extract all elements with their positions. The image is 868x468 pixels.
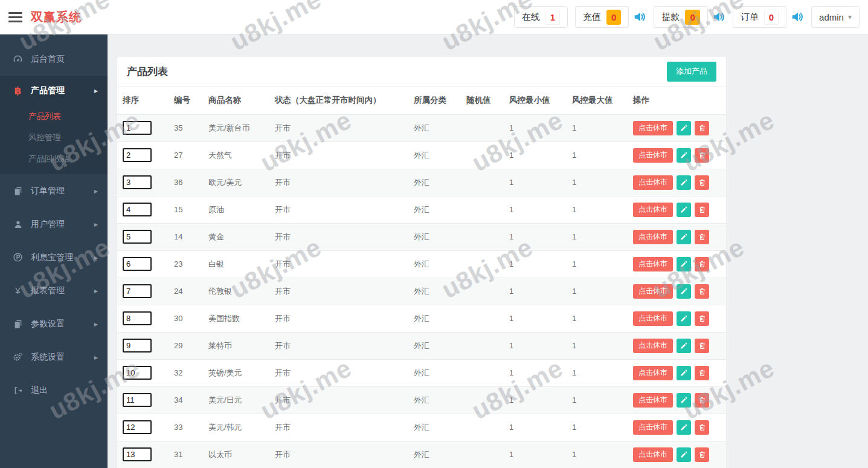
edit-button[interactable] [677,339,691,353]
sidebar-item-interest-manage[interactable]: 利息宝管理▸ [0,241,108,274]
toggle-market-button[interactable]: 点击休市 [633,230,673,244]
sidebar-item-label: 后台首页 [31,54,98,65]
toggle-market-button[interactable]: 点击休市 [633,284,673,299]
table-row: 32英镑/美元开市外汇11点击休市 [117,359,726,386]
sidebar-nav: 后台首页฿产品管理▸产品列表风控管理产品回收站订单管理▸用户管理▸利息宝管理▸¥… [0,34,108,407]
sort-input[interactable] [123,257,152,271]
risk-min-cell: 1 [504,250,567,278]
edit-button[interactable] [677,366,691,380]
sort-input[interactable] [123,148,152,162]
risk-max-cell: 1 [567,278,628,305]
sort-input[interactable] [123,339,152,353]
sort-input[interactable] [123,121,152,135]
delete-button[interactable] [695,257,709,271]
actions-cell: 点击休市 [628,414,726,441]
actions-cell: 点击休市 [628,223,726,250]
edit-button[interactable] [677,284,691,299]
speaker-icon[interactable] [633,10,646,24]
sort-input[interactable] [123,175,152,189]
edit-button[interactable] [677,148,691,163]
category-cell: 外汇 [408,305,461,332]
actions-cell: 点击休市 [628,332,726,359]
sort-cell [117,196,169,223]
toggle-market-button[interactable]: 点击休市 [633,203,673,217]
delete-button[interactable] [695,203,709,217]
sort-cell [117,305,169,332]
app-root: 双赢系统 在线1充值0提款0订单0 admin ▾ 后台首页฿产品管理▸产品列表… [0,0,868,468]
id-cell: 35 [169,114,203,141]
actions-cell: 点击休市 [628,141,726,169]
sidebar-item-param-settings[interactable]: 参数设置▸ [0,307,108,340]
toggle-market-button[interactable]: 点击休市 [633,175,673,190]
delete-button[interactable] [695,420,709,435]
menu-toggle-icon[interactable] [8,8,22,26]
random-cell [461,169,504,196]
user-menu[interactable]: admin ▾ [811,6,860,28]
sidebar-item-system-settings[interactable]: 系统设置▸ [0,340,108,374]
logout-icon [12,386,24,395]
delete-button[interactable] [695,393,709,408]
sort-input[interactable] [123,447,152,461]
sidebar-item-order-manage[interactable]: 订单管理▸ [0,174,108,207]
edit-button[interactable] [677,121,691,135]
sidebar-item-user-manage[interactable]: 用户管理▸ [0,207,108,241]
risk-min-cell: 1 [504,169,567,196]
random-cell [461,305,504,332]
delete-button[interactable] [695,447,709,462]
badge-label: 在线 [522,11,540,23]
edit-button[interactable] [677,420,691,435]
toggle-market-button[interactable]: 点击休市 [633,393,673,408]
sidebar-item-product-manage[interactable]: ฿产品管理▸ [0,76,108,106]
toggle-market-button[interactable]: 点击休市 [633,339,673,353]
speaker-icon[interactable] [791,10,804,24]
sort-input[interactable] [123,420,152,434]
badge-recharge[interactable]: 充值0 [575,6,629,28]
sidebar-item-report-manage[interactable]: ¥报表管理▸ [0,274,108,307]
edit-button[interactable] [677,257,691,271]
delete-button[interactable] [695,284,709,299]
sort-input[interactable] [123,311,152,325]
add-product-button[interactable]: 添加产品 [667,62,716,82]
random-cell [461,114,504,141]
toggle-market-button[interactable]: 点击休市 [633,257,673,271]
speaker-icon[interactable] [712,10,725,24]
sidebar-item-dashboard[interactable]: 后台首页 [0,42,108,76]
pencil-icon [680,233,688,241]
sort-input[interactable] [123,284,152,298]
badge-orders[interactable]: 订单0 [733,6,786,28]
delete-button[interactable] [695,148,709,163]
edit-button[interactable] [677,203,691,217]
sidebar-subitem-product-list[interactable]: 产品列表 [0,106,108,127]
sort-input[interactable] [123,366,152,380]
actions-cell: 点击休市 [628,305,726,332]
edit-button[interactable] [677,311,691,326]
sidebar-subitem-product-recycle[interactable]: 产品回收站 [0,148,108,169]
toggle-market-button[interactable]: 点击休市 [633,366,673,380]
edit-button[interactable] [677,393,691,408]
sort-input[interactable] [123,203,152,216]
toggle-market-button[interactable]: 点击休市 [633,420,673,435]
table-row: 15原油开市外汇11点击休市 [117,196,726,223]
delete-button[interactable] [695,339,709,353]
delete-button[interactable] [695,311,709,326]
sort-input[interactable] [123,393,152,407]
column-header: 商品名称 [203,86,269,114]
toggle-market-button[interactable]: 点击休市 [633,121,673,135]
badge-online[interactable]: 在线1 [514,6,568,28]
toggle-market-button[interactable]: 点击休市 [633,148,673,163]
badge-withdraw[interactable]: 提款0 [654,6,707,28]
delete-button[interactable] [695,230,709,244]
delete-button[interactable] [695,175,709,190]
category-cell: 外汇 [408,169,461,196]
delete-button[interactable] [695,121,709,135]
sidebar-item-logout[interactable]: 退出 [0,374,108,407]
toggle-market-button[interactable]: 点击休市 [633,447,673,462]
edit-button[interactable] [677,175,691,190]
toggle-market-button[interactable]: 点击休市 [633,311,673,326]
edit-button[interactable] [677,230,691,244]
sidebar-subitem-risk-manage[interactable]: 风控管理 [0,127,108,148]
orders-icon [12,186,24,196]
sort-input[interactable] [123,230,152,244]
edit-button[interactable] [677,447,691,462]
delete-button[interactable] [695,366,709,380]
